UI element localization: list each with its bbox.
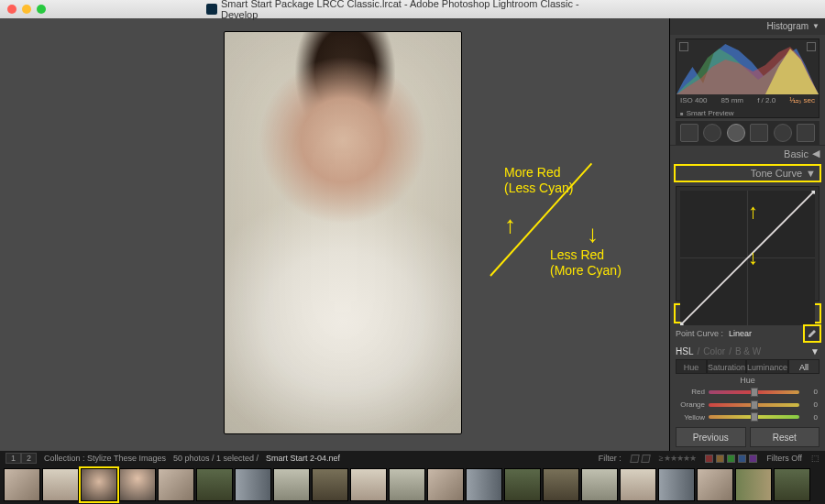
window-close-icon[interactable]	[7, 5, 16, 14]
thumb[interactable]	[312, 468, 348, 501]
tab-luminance[interactable]: Luminance	[746, 359, 788, 374]
arrow-down-icon: ↓	[587, 220, 599, 248]
slider-value: 0	[803, 388, 818, 396]
thumb[interactable]	[774, 468, 810, 501]
tab-hue[interactable]: Hue	[676, 359, 707, 374]
slider-orange[interactable]: Orange 0	[670, 399, 825, 411]
label-purple-icon[interactable]	[749, 455, 757, 463]
secondary-display-pager[interactable]: 1 2	[6, 453, 37, 464]
point-curve-edit-button[interactable]	[805, 326, 820, 341]
thumb[interactable]	[273, 468, 310, 501]
thumb[interactable]	[427, 468, 464, 501]
thumb[interactable]	[235, 468, 271, 501]
hist-iso: ISO 400	[680, 96, 707, 104]
hist-aperture: f / 2.0	[757, 96, 776, 104]
chevron-down-icon: ▼	[812, 22, 820, 30]
thumb[interactable]	[350, 468, 387, 501]
develop-sidebar: Histogram ▼ ISO 400 85 mm f / 2.0 ¹⁄₁₂₅ …	[669, 18, 825, 451]
spot-tool-icon[interactable]	[703, 124, 721, 142]
hsl-panel-header[interactable]: HSL / Color / B & W ▼	[670, 344, 825, 360]
thumb[interactable]	[504, 468, 541, 501]
tone-curve-label: Tone Curve	[751, 168, 802, 179]
filmstrip[interactable]	[0, 466, 825, 504]
thumb[interactable]	[658, 468, 695, 501]
hist-focal: 85 mm	[721, 96, 743, 104]
rating-stars[interactable]: ≥ ★★★★★	[659, 454, 696, 463]
hsl-tab-color[interactable]: Color	[703, 346, 725, 356]
filter-label: Filter :	[599, 454, 622, 463]
slider-yellow[interactable]: Yellow 0	[670, 411, 825, 423]
annotation-top: More Red (Less Cyan)	[504, 165, 573, 196]
pager-1[interactable]: 1	[6, 453, 21, 464]
hue-section-label: Hue	[670, 376, 825, 385]
redeye-tool-icon[interactable]	[727, 124, 745, 142]
flag-reject-icon[interactable]	[641, 455, 651, 463]
tone-curve-graph[interactable]: ↑ ↓	[676, 186, 820, 302]
basic-label: Basic	[784, 148, 808, 159]
thumb[interactable]	[389, 468, 425, 501]
pager-2[interactable]: 2	[21, 453, 37, 464]
slider-value: 0	[803, 400, 818, 409]
thumb[interactable]	[620, 468, 656, 501]
tab-saturation[interactable]: Saturation	[707, 359, 746, 374]
slider-label: Red	[677, 388, 705, 396]
previous-button[interactable]: Previous	[676, 427, 746, 447]
hist-shutter: ¹⁄₁₂₅ sec	[789, 96, 815, 104]
window-minimize-icon[interactable]	[22, 5, 31, 14]
tab-all[interactable]: All	[788, 359, 820, 374]
arrow-down-icon: ↓	[748, 246, 758, 269]
label-yellow-icon[interactable]	[716, 455, 724, 463]
arrow-up-icon: ↑	[504, 211, 516, 239]
filmstrip-header: 1 2 Collection : Stylize These Images 50…	[0, 451, 825, 466]
thumb[interactable]	[466, 468, 502, 501]
histogram-panel[interactable]: ISO 400 85 mm f / 2.0 ¹⁄₁₂₅ sec Smart Pr…	[676, 38, 820, 119]
titlebar: Smart Start Package LRCC Classic.lrcat -…	[0, 0, 825, 18]
thumb[interactable]	[4, 468, 40, 501]
filters-off-button[interactable]: Filters Off	[766, 454, 802, 463]
thumb-selected[interactable]	[81, 468, 117, 501]
arrow-up-icon: ↑	[748, 200, 758, 224]
selection-count: 50 photos / 1 selected /	[173, 454, 258, 463]
gradient-tool-icon[interactable]	[750, 124, 768, 142]
basic-panel-header[interactable]: Basic ◀	[670, 145, 825, 163]
hsl-tab-bw[interactable]: B & W	[735, 346, 761, 356]
filter-lock-icon[interactable]: ⬚	[811, 454, 820, 463]
thumb[interactable]	[543, 468, 579, 501]
crop-tool-icon[interactable]	[680, 124, 698, 142]
brush-tool-icon[interactable]	[797, 124, 815, 142]
annotation-bottom: Less Red (More Cyan)	[550, 247, 622, 279]
image-canvas[interactable]: More Red (Less Cyan) ↑ ↓ Less Red (More …	[0, 18, 669, 451]
tone-curve-header[interactable]: Tone Curve ▼	[674, 164, 821, 182]
chevron-down-icon: ▼	[810, 346, 820, 356]
thumb[interactable]	[697, 468, 733, 501]
tool-strip	[676, 121, 820, 144]
current-filename: Smart Start 2-04.nef	[266, 454, 340, 463]
thumb[interactable]	[119, 468, 156, 501]
histogram-label: Histogram	[767, 21, 809, 31]
slider-red[interactable]: Red 0	[670, 386, 825, 399]
clip-shadow-icon[interactable]	[679, 42, 688, 51]
label-green-icon[interactable]	[727, 455, 735, 463]
reset-button[interactable]: Reset	[750, 427, 820, 447]
histogram-header[interactable]: Histogram ▼	[670, 18, 825, 35]
label-blue-icon[interactable]	[738, 455, 746, 463]
flag-pick-icon[interactable]	[630, 455, 640, 463]
collection-path[interactable]: Collection : Stylize These Images	[44, 454, 166, 463]
window-zoom-icon[interactable]	[37, 5, 46, 14]
clip-highlight-icon[interactable]	[807, 42, 816, 51]
thumb[interactable]	[158, 468, 194, 501]
slider-label: Orange	[677, 400, 705, 409]
point-curve-label: Point Curve :	[676, 329, 723, 338]
hsl-subtabs: Hue Saturation Luminance All	[676, 359, 820, 374]
thumb[interactable]	[581, 468, 618, 501]
thumb[interactable]	[42, 468, 79, 501]
label-red-icon[interactable]	[705, 455, 713, 463]
smart-preview-badge: Smart Preview	[680, 109, 734, 117]
thumb[interactable]	[196, 468, 233, 501]
thumb[interactable]	[735, 468, 772, 501]
radial-tool-icon[interactable]	[774, 124, 792, 142]
point-curve-value[interactable]: Linear	[729, 329, 752, 338]
slider-label: Yellow	[677, 413, 705, 422]
hsl-tab-hsl[interactable]: HSL	[676, 346, 693, 356]
preview-image[interactable]	[224, 31, 462, 434]
